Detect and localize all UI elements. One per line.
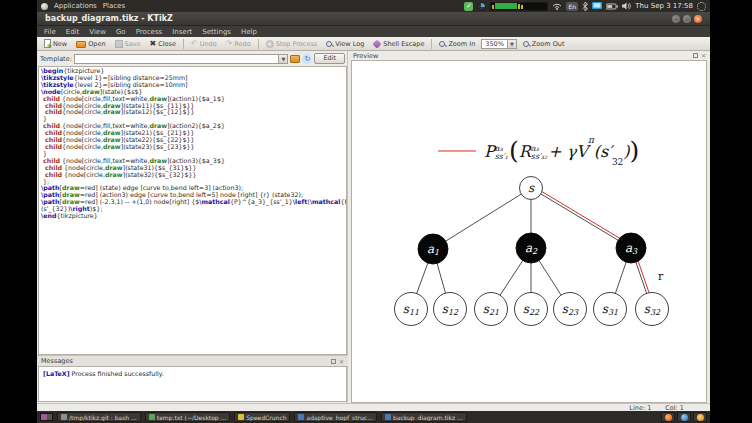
taskbar-tray (661, 412, 707, 422)
undo-button[interactable]: ↶Undo (188, 38, 220, 49)
calculator-icon (238, 414, 244, 420)
menu-help[interactable]: Help (241, 28, 257, 36)
distro-logo-icon[interactable] (41, 3, 48, 10)
system-tray: ✓ En Thu Sep 3 17:58 (464, 2, 706, 11)
menu-bar: File Edit View Go Process Insert Setting… (37, 26, 710, 37)
code-line[interactable]: child{node[circle,draw](state23){$s_{23}… (41, 144, 346, 151)
menu-settings[interactable]: Settings (202, 28, 231, 36)
template-edit-button[interactable]: Edit (314, 53, 345, 64)
globe-icon (681, 414, 688, 421)
close-window-button[interactable]: ✕ (694, 15, 702, 23)
template-label: Template: (40, 55, 72, 63)
formula-arg-subscript: 32 (612, 157, 623, 167)
toolbar-separator (258, 39, 259, 49)
view-log-button[interactable]: View Log (323, 39, 367, 49)
taskbar-task[interactable]: SpeedCrunch (234, 412, 290, 422)
redo-icon: ↷ (226, 39, 233, 48)
bellman-formula: P a₃ss′₁ ( R a₃ss′₃₂ + γV π (s′ 32 ) ) (438, 133, 639, 169)
preview-close-icon[interactable]: ✕ (701, 53, 706, 58)
messages-log[interactable]: [LaTeX] Process finished successfully. (38, 366, 347, 402)
messages-float-icon[interactable] (331, 359, 336, 364)
redo-button[interactable]: ↷Redo (223, 38, 254, 49)
stop-icon: ✖ (266, 40, 274, 48)
code-line[interactable]: \end{tikzpicture} (41, 213, 346, 220)
window-title-bar[interactable]: backup_diagram.tikz - KTikZ – ▫ ✕ (37, 12, 710, 26)
new-button[interactable]: New (41, 38, 70, 49)
window-list: /tmp/ktikz.git : bash ...temp.txt (~/Des… (57, 412, 467, 422)
menu-process[interactable]: Process (136, 28, 163, 36)
open-button[interactable]: Open (73, 38, 108, 49)
code-line[interactable]: child {node[circle,draw](state32){$s_{32… (41, 172, 346, 179)
minimize-button[interactable]: – (672, 15, 680, 23)
network-tray-item[interactable] (677, 412, 691, 422)
display-icon[interactable] (592, 2, 602, 10)
bluetooth-icon[interactable] (582, 2, 588, 11)
battery-icon[interactable] (606, 3, 618, 10)
messages-title: Messages (41, 357, 73, 365)
close-button[interactable]: ✖Close (147, 38, 179, 49)
clock[interactable]: Thu Sep 3 17:58 (635, 2, 693, 10)
save-button[interactable]: Save (112, 39, 144, 49)
sync-indicator-icon[interactable]: ✓ (464, 2, 473, 11)
taskbar-task[interactable]: backup_diagram.tikz ... (381, 412, 467, 422)
applications-menu[interactable]: Applications (54, 2, 97, 10)
red-backup-path (532, 186, 632, 246)
zoom-in-button[interactable]: Zoom In (436, 39, 478, 49)
menu-edit[interactable]: Edit (66, 28, 80, 36)
task-label: SpeedCrunch (246, 414, 286, 421)
time-tracker-icon[interactable] (477, 2, 486, 11)
messages-dock-header[interactable]: Messages ✕ (37, 355, 348, 366)
workspace-switcher[interactable] (40, 413, 53, 421)
document-icon (298, 414, 304, 420)
zoom-out-button[interactable]: Zoom Out (520, 39, 568, 49)
close-icon: ✖ (150, 39, 157, 48)
notifier-tray-item[interactable] (693, 412, 707, 422)
keyboard-layout-indicator[interactable]: En (566, 2, 578, 11)
template-reload-icon[interactable]: ↻ (302, 54, 312, 64)
task-label: temp.txt (~/Desktop ... (157, 414, 227, 421)
shell-escape-icon (373, 39, 382, 48)
messages-close-icon[interactable]: ✕ (339, 359, 344, 364)
places-menu[interactable]: Places (103, 2, 125, 10)
wifi-icon[interactable] (552, 2, 562, 10)
firefox-tray-item[interactable] (661, 412, 675, 422)
system-monitor-applet[interactable] (490, 2, 548, 11)
toolbar-separator (431, 39, 432, 49)
taskbar-task[interactable]: /tmp/ktikz.git : bash ... (57, 412, 141, 422)
menu-view[interactable]: View (89, 28, 106, 36)
menu-insert[interactable]: Insert (172, 28, 192, 36)
template-browse-folder-icon[interactable] (290, 55, 300, 63)
template-combobox[interactable]: ▼ (74, 54, 289, 64)
taskbar-task[interactable]: adaptive_hopf_struc... (294, 412, 376, 422)
preview-pane: Preview ✕ sa1a2a3s11s12s21s22s23s31s32r … (349, 51, 710, 403)
formula-gamma-V: + γV (548, 142, 588, 161)
formula-R: R (519, 142, 531, 161)
preview-dock-header[interactable]: Preview ✕ (349, 51, 710, 60)
code-line[interactable]: child{node[circle,draw](state12){$s_{12}… (41, 109, 346, 116)
view-log-icon (326, 41, 332, 47)
menu-go[interactable]: Go (116, 28, 126, 36)
preview-float-icon[interactable] (693, 53, 698, 58)
zoom-level-combobox[interactable]: 350% ▼ (481, 39, 517, 49)
template-dropdown-arrow-icon[interactable]: ▼ (278, 55, 287, 63)
zoom-dropdown-arrow-icon[interactable]: ▼ (507, 40, 516, 48)
text-editor-icon (149, 414, 155, 420)
bottom-taskbar: /tmp/ktikz.git : bash ...temp.txt (~/Des… (37, 411, 710, 423)
task-label: /tmp/ktikz.git : bash ... (69, 414, 137, 421)
formula-arg-open: (s′ (594, 142, 612, 161)
taskbar-task[interactable]: temp.txt (~/Desktop ... (145, 412, 231, 422)
maximize-button[interactable]: ▫ (683, 15, 691, 23)
volume-icon[interactable] (622, 2, 631, 10)
firefox-icon (665, 414, 672, 421)
menu-file[interactable]: File (44, 28, 56, 36)
shell-escape-button[interactable]: Shell Escape (370, 39, 427, 49)
template-input[interactable] (75, 55, 279, 63)
template-row: Template: ▼ ↻ Edit (37, 51, 348, 66)
code-editor[interactable]: \begin{tikzpicture}\tikzstyle{level 1}=[… (38, 66, 347, 355)
task-label: backup_diagram.tikz ... (393, 414, 463, 421)
session-gear-icon[interactable] (697, 2, 706, 11)
stop-process-button[interactable]: ✖Stop Process (263, 39, 321, 49)
save-icon (115, 40, 123, 48)
preview-canvas[interactable]: sa1a2a3s11s12s21s22s23s31s32r P a₃ss′₁ (… (351, 60, 707, 403)
reward-label: r (658, 270, 664, 283)
